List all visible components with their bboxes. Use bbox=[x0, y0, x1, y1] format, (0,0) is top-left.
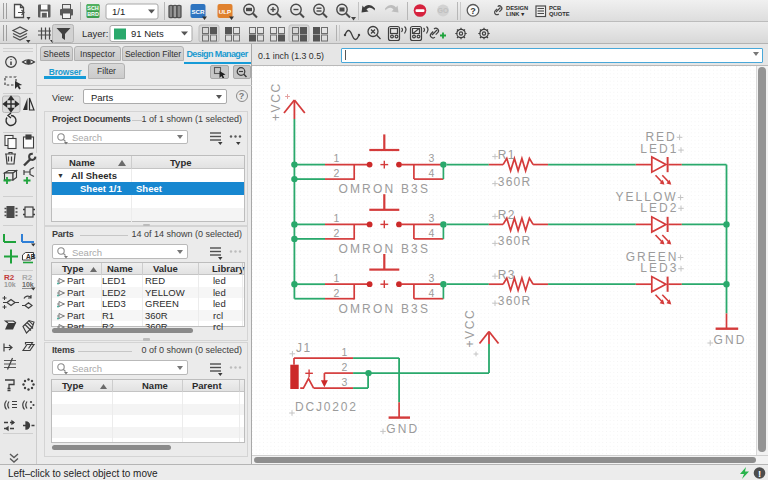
svg-text:360R: 360R bbox=[498, 294, 532, 308]
svg-text:DCJ0202: DCJ0202 bbox=[295, 400, 358, 414]
svg-text:!: ! bbox=[758, 468, 761, 479]
svg-text:R1: R1 bbox=[498, 148, 516, 162]
svg-text:10k: 10k bbox=[22, 281, 34, 288]
svg-text:2: 2 bbox=[334, 167, 340, 179]
svg-text:1: 1 bbox=[334, 212, 340, 224]
svg-text:LED1: LED1 bbox=[640, 142, 678, 156]
svg-text:4: 4 bbox=[429, 227, 435, 239]
svg-text:J1: J1 bbox=[296, 341, 311, 355]
svg-text:LINK ▾: LINK ▾ bbox=[506, 11, 525, 17]
svg-text:1/1: 1/1 bbox=[112, 6, 125, 17]
svg-text:LED3: LED3 bbox=[640, 261, 678, 275]
svg-text:OMRON B3S: OMRON B3S bbox=[338, 182, 430, 196]
svg-text:3: 3 bbox=[429, 212, 435, 224]
svg-text:3: 3 bbox=[342, 376, 348, 388]
svg-text:+VCC: +VCC bbox=[269, 82, 283, 121]
svg-text:BRD: BRD bbox=[87, 11, 99, 17]
svg-text:2: 2 bbox=[334, 227, 340, 239]
svg-text:1: 1 bbox=[334, 272, 340, 284]
svg-text:ULP: ULP bbox=[219, 8, 231, 15]
svg-text:PCB: PCB bbox=[549, 5, 561, 11]
svg-text:?: ? bbox=[470, 6, 476, 16]
svg-text:QUOTE: QUOTE bbox=[549, 11, 570, 17]
svg-text:2: 2 bbox=[334, 287, 340, 299]
svg-text:AB: AB bbox=[26, 253, 36, 260]
svg-text:91 Nets: 91 Nets bbox=[131, 28, 164, 39]
svg-text:Layer:: Layer: bbox=[82, 28, 108, 39]
svg-text:GND: GND bbox=[713, 333, 746, 347]
svg-text:GND: GND bbox=[386, 422, 419, 436]
svg-text:3: 3 bbox=[429, 152, 435, 164]
svg-text:1: 1 bbox=[334, 152, 340, 164]
svg-text:OMRON B3S: OMRON B3S bbox=[338, 302, 430, 316]
svg-text:360R: 360R bbox=[498, 234, 532, 248]
svg-text:1: 1 bbox=[342, 346, 348, 358]
svg-text:3: 3 bbox=[429, 272, 435, 284]
svg-text:2: 2 bbox=[342, 361, 348, 373]
svg-text:LED2: LED2 bbox=[640, 201, 678, 215]
svg-text:360R: 360R bbox=[498, 175, 532, 189]
svg-text:SCH: SCH bbox=[87, 5, 98, 11]
svg-text:R3: R3 bbox=[498, 268, 516, 282]
svg-text:4: 4 bbox=[429, 167, 435, 179]
svg-text:OMRON B3S: OMRON B3S bbox=[338, 242, 430, 256]
svg-text:DESIGN: DESIGN bbox=[506, 5, 528, 11]
svg-text:SCR: SCR bbox=[191, 8, 205, 15]
svg-text:10k: 10k bbox=[4, 281, 16, 288]
svg-text:R2: R2 bbox=[498, 208, 516, 222]
svg-text:GO: GO bbox=[438, 7, 449, 14]
svg-text:4: 4 bbox=[429, 287, 435, 299]
svg-text:+VCC: +VCC bbox=[463, 309, 477, 348]
